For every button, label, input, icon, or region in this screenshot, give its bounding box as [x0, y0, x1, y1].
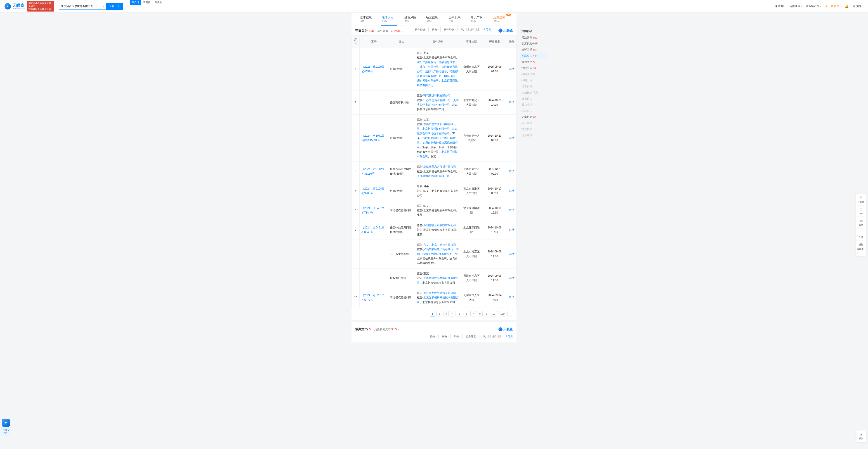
- page-›[interactable]: ›: [507, 311, 513, 317]
- page-5[interactable]: 5: [457, 311, 462, 317]
- main-tab-3[interactable]: 经营信息999+: [422, 13, 445, 26]
- cell-op[interactable]: 详情: [507, 90, 517, 115]
- cell-cause: 侵权责任纠纷: [388, 268, 415, 288]
- filter-search-section1[interactable]: 🔍 点击进行搜索: [461, 28, 480, 31]
- float-right-4[interactable]: ☎客服中心: [856, 241, 866, 256]
- right-nav-item-7: 限制出境: [520, 77, 547, 84]
- right-nav-item-15: 司法拍卖: [520, 126, 547, 132]
- main-tab-1[interactable]: 法律诉讼999+: [378, 13, 401, 26]
- page-10[interactable]: 10: [491, 311, 497, 317]
- float-icon: ◎: [860, 195, 863, 200]
- main-tab-4[interactable]: 公司发展234: [445, 13, 467, 26]
- nav-user[interactable]: 阿尔伯…: [852, 4, 864, 8]
- right-nav-item-13[interactable]: 立案信息62: [520, 114, 547, 120]
- cell-case[interactable]: （2024）苏0104民初9289号: [360, 181, 388, 201]
- cell-court: 东莞市第一人民法院: [461, 115, 482, 162]
- page-3[interactable]: 3: [443, 311, 449, 317]
- search-tab-2[interactable]: 查关系: [153, 0, 164, 5]
- cell-op[interactable]: 详情: [507, 240, 517, 268]
- page-7[interactable]: 7: [470, 311, 476, 317]
- nav-bell[interactable]: 🔔: [845, 4, 848, 8]
- right-nav-item-2[interactable]: 涉诉关系968: [520, 47, 547, 53]
- filter-section1-1[interactable]: 案由▾: [430, 27, 440, 32]
- search-tab-1[interactable]: 查老板: [141, 0, 152, 5]
- search-button[interactable]: 天眼一下: [106, 3, 123, 10]
- table-row: 2-侵害商标权纠纷原告-荷花数据科技有限公司被告-江苏茅恩酒业有限公司、贵州省仁…: [352, 90, 517, 115]
- cell-case[interactable]: （2024）京0491民初7384号: [360, 201, 388, 220]
- cell-party: 原告-荷花数据科技有限公司被告-江苏茅恩酒业有限公司、贵州省仁怀市帝坛酒业有限公…: [415, 90, 461, 115]
- section-hist[interactable]: 历史开庭公告 2431 ›: [377, 29, 402, 33]
- main-tab-5[interactable]: 知识产权999+: [467, 13, 489, 26]
- cell-case[interactable]: （2024）沪0112民初35166号: [360, 162, 388, 181]
- main-tab-6[interactable]: 历史信息999+VIP: [489, 13, 512, 26]
- float-right-1[interactable]: ☐APP: [856, 205, 866, 217]
- cell-idx: 3: [352, 115, 360, 162]
- right-nav-item-9: 失信被执行人: [520, 90, 547, 96]
- cell-op[interactable]: 详情: [507, 268, 517, 288]
- clear-icon[interactable]: ✕: [102, 4, 105, 8]
- cell-op[interactable]: 详情: [507, 288, 517, 307]
- cell-party: 原告-董某被告-上海植物妆品网络科技有限公司、北京抖音信息服务有限公司: [415, 268, 461, 288]
- page-2[interactable]: 2: [436, 311, 442, 317]
- export-section2[interactable]: ⇩ 导出: [505, 335, 513, 338]
- right-nav-item-4[interactable]: 裁判文书5: [520, 59, 547, 65]
- page-9[interactable]: 9: [484, 311, 489, 317]
- cell-op[interactable]: 详情: [507, 181, 517, 201]
- cell-op[interactable]: 详情: [507, 115, 517, 162]
- filter-section2-3[interactable]: 更多筛选▾: [464, 334, 479, 339]
- right-nav-item-3[interactable]: 开庭公告198: [520, 53, 547, 59]
- cell-party: 原告-陈某被告-北京抖音信息服务有限公司、张某: [415, 201, 461, 220]
- right-nav-item-0[interactable]: 司法案件999+: [520, 35, 547, 41]
- chevron-down-icon: ▾: [784, 5, 785, 7]
- float-right-2[interactable]: ✉微信: [856, 217, 866, 229]
- cell-idx: 4: [352, 162, 360, 181]
- search-input[interactable]: [59, 3, 106, 10]
- page-...20[interactable]: ...20: [498, 311, 506, 317]
- filter-section1-0[interactable]: 案件身份▾: [413, 27, 429, 32]
- main-tab-2[interactable]: 经营风险250: [400, 13, 422, 26]
- cell-op[interactable]: 详情: [507, 201, 517, 220]
- right-nav-item-1[interactable]: 深度风险分析: [520, 41, 547, 47]
- right-nav-item-5[interactable]: 法院公告39: [520, 65, 547, 71]
- page-6[interactable]: 6: [464, 311, 469, 317]
- brand-icon: [498, 327, 502, 331]
- float-right-0[interactable]: ◎小程序: [856, 193, 866, 205]
- cell-party: 原告-何某被告-陈某、北京抖音信息服务有限公司: [415, 181, 461, 201]
- filter-section2-2[interactable]: 年份▾: [452, 334, 463, 339]
- cell-court: 北京市海淀区人民法院: [461, 240, 482, 268]
- cell-op[interactable]: 详情: [507, 48, 517, 90]
- cell-case[interactable]: （2024）辽0281民初6277号: [360, 288, 388, 307]
- page-4[interactable]: 4: [450, 311, 456, 317]
- export-section1[interactable]: ⇩ 导出: [483, 28, 491, 31]
- right-nav-item-6: 限制高消费: [520, 71, 547, 77]
- cell-case[interactable]: （2024）粤1971民诉前调45091号: [360, 115, 388, 162]
- cell-op[interactable]: 详情: [507, 220, 517, 240]
- page-8[interactable]: 8: [477, 311, 483, 317]
- float-label: 客服中心: [857, 247, 865, 254]
- brand-label: 天眼查: [503, 327, 513, 331]
- nav-ent[interactable]: 企业级产品▾: [806, 4, 821, 8]
- main-tab-0[interactable]: 基本信息629: [356, 13, 378, 26]
- nav-coop[interactable]: 合作通道▾: [789, 4, 802, 8]
- filter-section1-2[interactable]: 案件年份▾: [442, 27, 458, 32]
- section2-hist[interactable]: 历史裁判文书 3079 ›: [374, 328, 399, 331]
- cell-date: 2024-09-09 14:00: [482, 240, 507, 268]
- float-right-3[interactable]: ⋯反馈: [856, 229, 866, 241]
- filter-search-section2[interactable]: 🔍 点击进行搜索: [483, 335, 502, 338]
- nav-vip[interactable]: ♛ 开通会员▾: [825, 4, 841, 8]
- cell-op[interactable]: 详情: [507, 162, 517, 181]
- search-tab-0[interactable]: 查公司: [130, 0, 141, 5]
- logo[interactable]: ✦ 天眼查 Tianyancha.com: [4, 3, 25, 9]
- table-row: 10（2024）辽0281民初6277号网络侵权责任纠纷原告-大连顺龙农资销售有…: [352, 288, 517, 307]
- cell-party: 原告-大连顺龙农资销售有限公司被告-北京微梦创科网络技术有限公司、北京抖音信息服…: [415, 288, 461, 307]
- filter-section2-1[interactable]: 案由▾: [440, 334, 451, 339]
- cell-date: 2025-05-08 09:00: [482, 48, 507, 90]
- nav-app[interactable]: ⊞ 应用▾: [775, 4, 785, 8]
- nav-vip-label: 开通会员: [828, 4, 839, 8]
- cell-case[interactable]: （2024）京0491民初8848号: [360, 220, 388, 240]
- page-1[interactable]: 1: [430, 311, 435, 317]
- cell-date: 2024-10-29 14:00: [482, 90, 507, 115]
- filter-section2-0[interactable]: 身份▾: [428, 334, 438, 339]
- cell-case[interactable]: （2023）豫0105民初4652号: [360, 48, 388, 90]
- filter-bar: 案件身份▾案由▾案件年份▾🔍 点击进行搜索⇩ 导出: [409, 27, 495, 35]
